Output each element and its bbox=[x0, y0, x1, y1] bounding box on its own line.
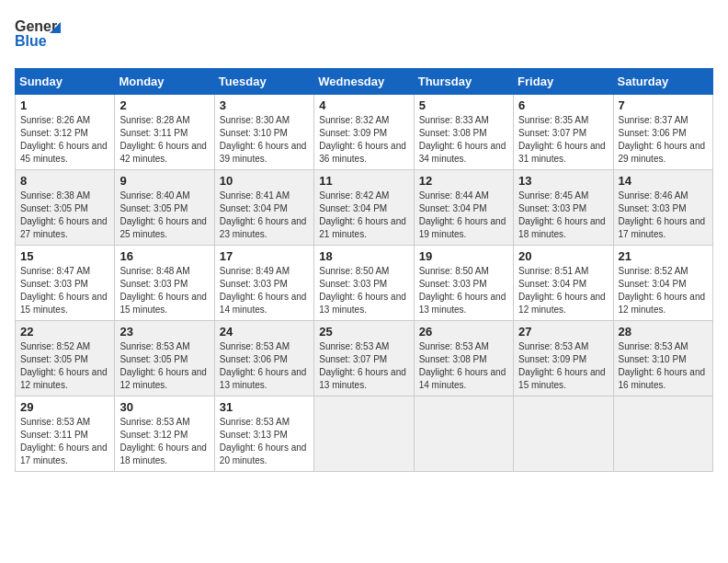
day-info: Sunrise: 8:48 AMSunset: 3:03 PMDaylight:… bbox=[119, 266, 207, 315]
calendar-cell: 6 Sunrise: 8:35 AMSunset: 3:07 PMDayligh… bbox=[514, 95, 613, 170]
calendar-cell: 20 Sunrise: 8:51 AMSunset: 3:04 PMDaylig… bbox=[514, 246, 613, 321]
day-number: 30 bbox=[119, 400, 209, 414]
day-header-monday: Monday bbox=[115, 69, 214, 95]
calendar-cell bbox=[613, 396, 712, 472]
calendar-cell: 19 Sunrise: 8:50 AMSunset: 3:03 PMDaylig… bbox=[414, 246, 513, 321]
day-number: 3 bbox=[220, 98, 309, 112]
page-header: General Blue bbox=[15, 15, 713, 57]
calendar-cell bbox=[514, 396, 613, 472]
day-info: Sunrise: 8:32 AMSunset: 3:09 PMDaylight:… bbox=[319, 115, 406, 164]
day-info: Sunrise: 8:42 AMSunset: 3:04 PMDaylight:… bbox=[319, 190, 406, 239]
day-number: 14 bbox=[619, 174, 708, 188]
day-number: 24 bbox=[220, 325, 309, 339]
day-header-thursday: Thursday bbox=[414, 69, 513, 95]
day-number: 28 bbox=[619, 325, 708, 339]
calendar-cell: 22 Sunrise: 8:52 AMSunset: 3:05 PMDaylig… bbox=[16, 321, 115, 396]
calendar-week-4: 22 Sunrise: 8:52 AMSunset: 3:05 PMDaylig… bbox=[16, 321, 713, 396]
day-number: 9 bbox=[119, 174, 209, 188]
day-number: 6 bbox=[518, 98, 608, 112]
day-info: Sunrise: 8:44 AMSunset: 3:04 PMDaylight:… bbox=[419, 190, 506, 239]
calendar-cell: 25 Sunrise: 8:53 AMSunset: 3:07 PMDaylig… bbox=[314, 321, 414, 396]
day-info: Sunrise: 8:51 AMSunset: 3:04 PMDaylight:… bbox=[518, 266, 606, 315]
day-info: Sunrise: 8:37 AMSunset: 3:06 PMDaylight:… bbox=[619, 115, 706, 164]
day-info: Sunrise: 8:35 AMSunset: 3:07 PMDaylight:… bbox=[518, 115, 606, 164]
day-info: Sunrise: 8:53 AMSunset: 3:11 PMDaylight:… bbox=[20, 417, 108, 465]
calendar-cell: 14 Sunrise: 8:46 AMSunset: 3:03 PMDaylig… bbox=[613, 170, 712, 246]
calendar-cell: 23 Sunrise: 8:53 AMSunset: 3:05 PMDaylig… bbox=[115, 321, 214, 396]
calendar-cell: 26 Sunrise: 8:53 AMSunset: 3:08 PMDaylig… bbox=[414, 321, 513, 396]
day-header-wednesday: Wednesday bbox=[314, 69, 414, 95]
day-number: 20 bbox=[518, 249, 608, 263]
calendar-cell: 21 Sunrise: 8:52 AMSunset: 3:04 PMDaylig… bbox=[613, 246, 712, 321]
calendar-week-3: 15 Sunrise: 8:47 AMSunset: 3:03 PMDaylig… bbox=[16, 246, 713, 321]
calendar-week-5: 29 Sunrise: 8:53 AMSunset: 3:11 PMDaylig… bbox=[16, 396, 713, 472]
day-info: Sunrise: 8:52 AMSunset: 3:05 PMDaylight:… bbox=[20, 341, 108, 390]
day-info: Sunrise: 8:38 AMSunset: 3:05 PMDaylight:… bbox=[20, 190, 108, 239]
calendar-cell: 31 Sunrise: 8:53 AMSunset: 3:13 PMDaylig… bbox=[214, 396, 313, 472]
day-number: 13 bbox=[518, 174, 608, 188]
calendar-cell: 1 Sunrise: 8:26 AMSunset: 3:12 PMDayligh… bbox=[16, 95, 115, 170]
calendar-cell bbox=[314, 396, 414, 472]
day-header-saturday: Saturday bbox=[613, 69, 712, 95]
calendar-cell: 11 Sunrise: 8:42 AMSunset: 3:04 PMDaylig… bbox=[314, 170, 414, 246]
day-number: 16 bbox=[119, 249, 209, 263]
day-number: 15 bbox=[20, 249, 109, 263]
day-number: 4 bbox=[319, 98, 408, 112]
calendar-cell: 24 Sunrise: 8:53 AMSunset: 3:06 PMDaylig… bbox=[214, 321, 313, 396]
day-info: Sunrise: 8:53 AMSunset: 3:05 PMDaylight:… bbox=[119, 341, 207, 390]
calendar-week-1: 1 Sunrise: 8:26 AMSunset: 3:12 PMDayligh… bbox=[16, 95, 713, 170]
day-number: 18 bbox=[319, 249, 408, 263]
day-number: 2 bbox=[119, 98, 209, 112]
day-number: 25 bbox=[319, 325, 408, 339]
day-info: Sunrise: 8:53 AMSunset: 3:10 PMDaylight:… bbox=[619, 341, 706, 390]
day-header-tuesday: Tuesday bbox=[214, 69, 313, 95]
day-info: Sunrise: 8:45 AMSunset: 3:03 PMDaylight:… bbox=[518, 190, 606, 239]
calendar-cell: 16 Sunrise: 8:48 AMSunset: 3:03 PMDaylig… bbox=[115, 246, 214, 321]
day-info: Sunrise: 8:53 AMSunset: 3:08 PMDaylight:… bbox=[419, 341, 506, 390]
day-info: Sunrise: 8:49 AMSunset: 3:03 PMDaylight:… bbox=[220, 266, 307, 315]
day-number: 10 bbox=[220, 174, 309, 188]
calendar-cell: 7 Sunrise: 8:37 AMSunset: 3:06 PMDayligh… bbox=[613, 95, 712, 170]
day-number: 5 bbox=[419, 98, 508, 112]
day-header-sunday: Sunday bbox=[16, 69, 115, 95]
logo-icon: General Blue bbox=[15, 15, 61, 57]
calendar-cell: 5 Sunrise: 8:33 AMSunset: 3:08 PMDayligh… bbox=[414, 95, 513, 170]
day-info: Sunrise: 8:41 AMSunset: 3:04 PMDaylight:… bbox=[220, 190, 307, 239]
day-number: 11 bbox=[319, 174, 408, 188]
day-info: Sunrise: 8:30 AMSunset: 3:10 PMDaylight:… bbox=[220, 115, 307, 164]
day-number: 29 bbox=[20, 400, 109, 414]
day-info: Sunrise: 8:53 AMSunset: 3:07 PMDaylight:… bbox=[319, 341, 406, 390]
logo: General Blue bbox=[15, 15, 61, 57]
calendar-cell: 18 Sunrise: 8:50 AMSunset: 3:03 PMDaylig… bbox=[314, 246, 414, 321]
day-header-friday: Friday bbox=[514, 69, 613, 95]
day-number: 31 bbox=[220, 400, 309, 414]
day-number: 19 bbox=[419, 249, 508, 263]
day-info: Sunrise: 8:47 AMSunset: 3:03 PMDaylight:… bbox=[20, 266, 108, 315]
calendar-cell: 28 Sunrise: 8:53 AMSunset: 3:10 PMDaylig… bbox=[613, 321, 712, 396]
day-info: Sunrise: 8:50 AMSunset: 3:03 PMDaylight:… bbox=[319, 266, 406, 315]
day-info: Sunrise: 8:53 AMSunset: 3:12 PMDaylight:… bbox=[119, 417, 207, 465]
day-number: 12 bbox=[419, 174, 508, 188]
calendar-cell: 10 Sunrise: 8:41 AMSunset: 3:04 PMDaylig… bbox=[214, 170, 313, 246]
day-info: Sunrise: 8:26 AMSunset: 3:12 PMDaylight:… bbox=[20, 115, 108, 164]
calendar-cell bbox=[414, 396, 513, 472]
day-info: Sunrise: 8:50 AMSunset: 3:03 PMDaylight:… bbox=[419, 266, 506, 315]
calendar-week-2: 8 Sunrise: 8:38 AMSunset: 3:05 PMDayligh… bbox=[16, 170, 713, 246]
svg-text:Blue: Blue bbox=[15, 33, 47, 49]
calendar-cell: 30 Sunrise: 8:53 AMSunset: 3:12 PMDaylig… bbox=[115, 396, 214, 472]
day-number: 23 bbox=[119, 325, 209, 339]
calendar-table: SundayMondayTuesdayWednesdayThursdayFrid… bbox=[15, 68, 713, 472]
day-info: Sunrise: 8:53 AMSunset: 3:09 PMDaylight:… bbox=[518, 341, 606, 390]
day-number: 22 bbox=[20, 325, 109, 339]
day-info: Sunrise: 8:28 AMSunset: 3:11 PMDaylight:… bbox=[119, 115, 207, 164]
day-number: 26 bbox=[419, 325, 508, 339]
day-number: 1 bbox=[20, 98, 109, 112]
calendar-cell: 4 Sunrise: 8:32 AMSunset: 3:09 PMDayligh… bbox=[314, 95, 414, 170]
calendar-cell: 9 Sunrise: 8:40 AMSunset: 3:05 PMDayligh… bbox=[115, 170, 214, 246]
day-info: Sunrise: 8:52 AMSunset: 3:04 PMDaylight:… bbox=[619, 266, 706, 315]
day-info: Sunrise: 8:46 AMSunset: 3:03 PMDaylight:… bbox=[619, 190, 706, 239]
day-number: 17 bbox=[220, 249, 309, 263]
calendar-cell: 3 Sunrise: 8:30 AMSunset: 3:10 PMDayligh… bbox=[214, 95, 313, 170]
day-info: Sunrise: 8:33 AMSunset: 3:08 PMDaylight:… bbox=[419, 115, 506, 164]
calendar-cell: 29 Sunrise: 8:53 AMSunset: 3:11 PMDaylig… bbox=[16, 396, 115, 472]
